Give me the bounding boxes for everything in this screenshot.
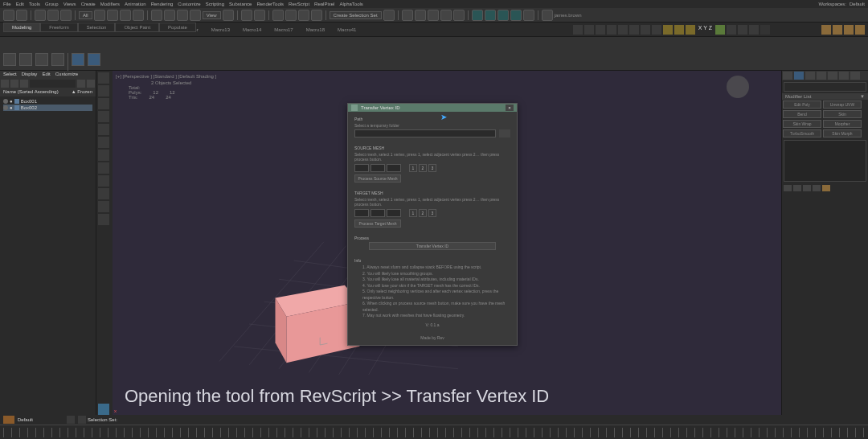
modify-tab-icon[interactable] <box>794 72 804 80</box>
folder-icon[interactable] <box>844 25 854 35</box>
named-selection-dropdown[interactable]: Create Selection Set <box>330 11 382 19</box>
mod-turbosmooth[interactable]: TurboSmooth <box>783 129 821 137</box>
ribbon-tab-freeform[interactable]: Freeform <box>40 23 77 32</box>
tab-macro4[interactable]: Macro18 <box>301 26 330 34</box>
source-btn-3[interactable]: 3 <box>428 164 436 172</box>
viewcube[interactable] <box>727 76 749 98</box>
select-icon[interactable] <box>94 10 105 21</box>
ribbon-icon[interactable] <box>19 53 32 66</box>
constraint-y-icon[interactable] <box>674 25 684 35</box>
stack-tool-icon[interactable] <box>822 185 830 191</box>
tab-macro1[interactable]: Macro13 <box>207 26 235 34</box>
target-btn-2[interactable]: 2 <box>419 209 427 217</box>
source-btn-2[interactable]: 2 <box>419 164 427 172</box>
tool2-icon[interactable] <box>584 25 594 35</box>
menu-rendering[interactable]: Rendering <box>151 2 174 6</box>
stack-tool-icon[interactable] <box>813 185 821 191</box>
left-tool-icon[interactable] <box>98 111 109 122</box>
tool2-icon[interactable] <box>727 25 736 35</box>
placement-icon[interactable] <box>190 10 201 21</box>
dropdown-icon[interactable]: ▼ <box>860 94 865 99</box>
mod-morpher[interactable]: Morpher <box>823 120 862 128</box>
select-name-icon[interactable] <box>107 10 118 21</box>
menu-rendertools[interactable]: RenderTools <box>256 2 284 6</box>
left-tool-icon[interactable] <box>98 150 109 161</box>
tab-macro5[interactable]: Macro41 <box>333 26 361 34</box>
target-btn-1[interactable]: 1 <box>409 209 417 217</box>
menu-edit[interactable]: Edit <box>16 2 24 6</box>
target-vertex-3[interactable] <box>387 209 401 217</box>
percent-snap-icon[interactable] <box>298 10 309 21</box>
left-tool-icon[interactable] <box>98 201 109 212</box>
tool2-icon[interactable] <box>641 25 650 35</box>
render-icon[interactable] <box>510 10 522 21</box>
material-editor-icon[interactable] <box>472 10 483 21</box>
folder-icon[interactable] <box>855 25 865 35</box>
move-icon[interactable] <box>151 10 162 21</box>
menu-customize[interactable]: Customize <box>178 2 200 6</box>
source-vertex-1[interactable] <box>354 164 369 172</box>
stack-tool-icon[interactable] <box>793 185 801 191</box>
ribbon-tab-objectpaint[interactable]: Object Paint <box>115 23 159 32</box>
source-vertex-3[interactable] <box>387 164 401 172</box>
menu-group[interactable]: Group <box>45 2 59 6</box>
layer-icon[interactable] <box>415 10 426 21</box>
xy-icon[interactable] <box>715 25 725 35</box>
left-tool-icon[interactable] <box>98 162 109 174</box>
status-icon[interactable] <box>78 416 86 424</box>
ribbon-tab-selection[interactable]: Selection <box>78 23 116 32</box>
menu-scripting[interactable]: Scripting <box>206 2 224 6</box>
status-color[interactable] <box>3 416 14 424</box>
dialog-titlebar[interactable]: Transfer Vertex ID × <box>348 104 517 112</box>
scene-col-frozen[interactable]: ▲ Frozen <box>72 89 92 96</box>
target-vertex-1[interactable] <box>354 209 369 217</box>
stack-tool-icon[interactable] <box>784 185 792 191</box>
visibility-icon[interactable] <box>3 99 8 104</box>
left-tool-icon[interactable] <box>98 188 109 199</box>
redo-icon[interactable] <box>16 10 27 21</box>
link-icon[interactable] <box>35 10 46 21</box>
tool2-icon[interactable] <box>607 25 616 35</box>
scene-tool-icon[interactable] <box>10 80 18 88</box>
ribbon-icon[interactable] <box>3 53 16 66</box>
curve-editor-icon[interactable] <box>440 10 452 21</box>
hierarchy-tab-icon[interactable] <box>805 72 815 80</box>
ribbon-icon[interactable] <box>88 53 100 66</box>
create-tab-icon[interactable] <box>783 72 792 80</box>
scene-menu-select[interactable]: Select <box>3 72 17 78</box>
motion-tab-icon[interactable] <box>817 72 826 80</box>
tool2-icon[interactable] <box>760 25 770 35</box>
folder-icon[interactable] <box>833 25 842 35</box>
rotate-icon[interactable] <box>164 10 175 21</box>
window-crossing-icon[interactable] <box>133 10 144 21</box>
menu-animation[interactable]: Animation <box>125 2 146 6</box>
visibility-icon[interactable] <box>3 105 8 110</box>
menu-views[interactable]: Views <box>63 2 76 6</box>
menu-substance[interactable]: Substance <box>229 2 252 6</box>
scene-tool-icon[interactable] <box>77 80 85 88</box>
keyboard-shortcut-icon[interactable] <box>254 10 265 21</box>
target-vertex-2[interactable] <box>371 209 385 217</box>
scene-search-input[interactable] <box>30 80 76 88</box>
display-tab-icon[interactable] <box>828 72 837 80</box>
spinner-snap-icon[interactable] <box>311 10 322 21</box>
left-tool-icon[interactable] <box>98 85 109 96</box>
tool2-icon[interactable] <box>652 25 661 35</box>
user-icon[interactable] <box>542 10 553 21</box>
modifier-list-label[interactable]: Modifier List <box>785 94 811 99</box>
selection-filter[interactable]: All <box>79 11 92 19</box>
toggle-ribbon-icon[interactable] <box>428 10 439 21</box>
tool2-icon[interactable] <box>596 25 605 35</box>
bind-icon[interactable] <box>60 10 72 21</box>
schematic-icon[interactable] <box>453 10 465 21</box>
menu-revscript[interactable]: RevScript <box>289 2 309 6</box>
tool2-icon[interactable] <box>749 25 759 35</box>
scene-menu-display[interactable]: Display <box>22 72 38 78</box>
status-icon[interactable] <box>67 416 75 424</box>
ribbon-icon[interactable] <box>72 53 84 66</box>
scene-item[interactable]: ● Box002 <box>3 105 92 111</box>
angle-snap-icon[interactable] <box>285 10 297 21</box>
menu-realpixel[interactable]: RealPixel <box>314 2 334 6</box>
ref-coord-dropdown[interactable]: View <box>203 11 221 19</box>
select-region-icon[interactable] <box>120 10 131 21</box>
